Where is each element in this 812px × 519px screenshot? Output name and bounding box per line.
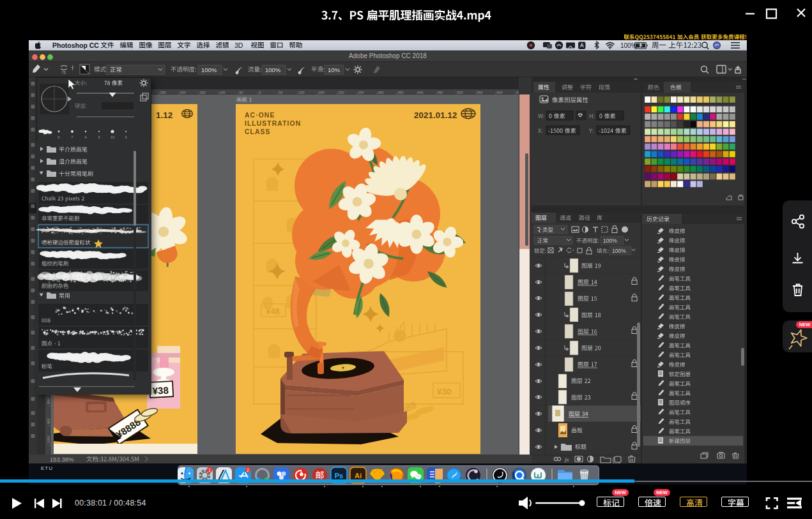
svg-text:600: 600 [497, 91, 503, 94]
svg-text:400: 400 [418, 91, 424, 94]
svg-text:100%: 100% [265, 66, 281, 73]
svg-text:550: 550 [477, 91, 483, 94]
svg-text:50: 50 [240, 91, 243, 94]
svg-text:450: 450 [438, 91, 443, 94]
svg-text:ILLUSTRATION: ILLUSTRATION [245, 119, 301, 127]
svg-text:1000: 1000 [47, 436, 50, 444]
svg-text:100: 100 [299, 91, 305, 94]
svg-text:A: A [580, 42, 584, 49]
svg-text:650: 650 [517, 91, 519, 94]
svg-text:100%: 100% [603, 237, 617, 244]
svg-text:10%: 10% [328, 66, 341, 73]
svg-text:100%: 100% [612, 248, 626, 254]
svg-text:50: 50 [279, 91, 283, 94]
svg-text:500: 500 [457, 91, 463, 94]
svg-text:Ai: Ai [355, 472, 362, 479]
svg-text:fx: fx [565, 456, 569, 463]
svg-text:AC·ONE: AC·ONE [245, 111, 275, 119]
svg-text:1.12: 1.12 [156, 110, 172, 120]
svg-text:300: 300 [378, 91, 384, 94]
svg-text:350: 350 [398, 91, 404, 94]
svg-text:6: 6 [57, 135, 60, 139]
svg-text:7: 7 [71, 135, 73, 139]
svg-text:0: 0 [259, 91, 261, 94]
svg-text:250: 250 [358, 91, 364, 94]
svg-text:3: 3 [98, 135, 100, 139]
svg-text:250: 250 [160, 91, 166, 94]
svg-text:800: 800 [47, 398, 50, 404]
svg-text:200: 200 [180, 91, 186, 94]
svg-text:76: 76 [61, 70, 66, 75]
svg-text:CLASS: CLASS [245, 128, 271, 135]
svg-text:2: 2 [247, 468, 249, 472]
svg-text:100%: 100% [201, 66, 217, 73]
svg-text:900: 900 [47, 418, 50, 424]
svg-text:2021.01.12: 2021.01.12 [414, 110, 457, 120]
svg-text:100: 100 [220, 91, 226, 94]
svg-text:1: 1 [208, 468, 211, 472]
svg-text:100%: 100% [620, 42, 637, 49]
svg-text:¥30: ¥30 [437, 387, 452, 396]
svg-text:200: 200 [339, 91, 344, 94]
svg-text:10: 10 [111, 135, 115, 139]
svg-text:¥48: ¥48 [266, 306, 280, 316]
svg-text:3: 3 [125, 135, 127, 139]
svg-text:150: 150 [319, 91, 325, 94]
svg-text:150: 150 [200, 91, 206, 94]
svg-text:4: 4 [84, 135, 87, 139]
svg-text:¥38: ¥38 [152, 384, 169, 396]
svg-text:Ps: Ps [335, 472, 343, 479]
